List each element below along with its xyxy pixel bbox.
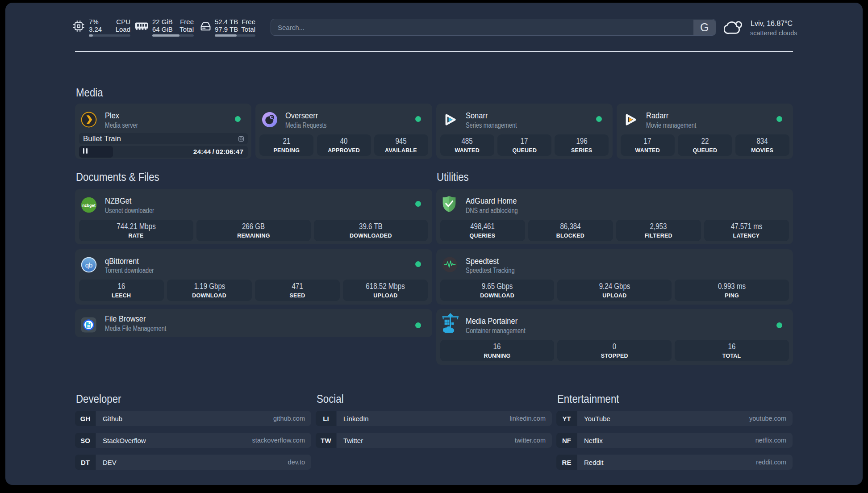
svg-text:nzbget: nzbget xyxy=(83,203,96,207)
svg-text:qb: qb xyxy=(85,261,93,269)
